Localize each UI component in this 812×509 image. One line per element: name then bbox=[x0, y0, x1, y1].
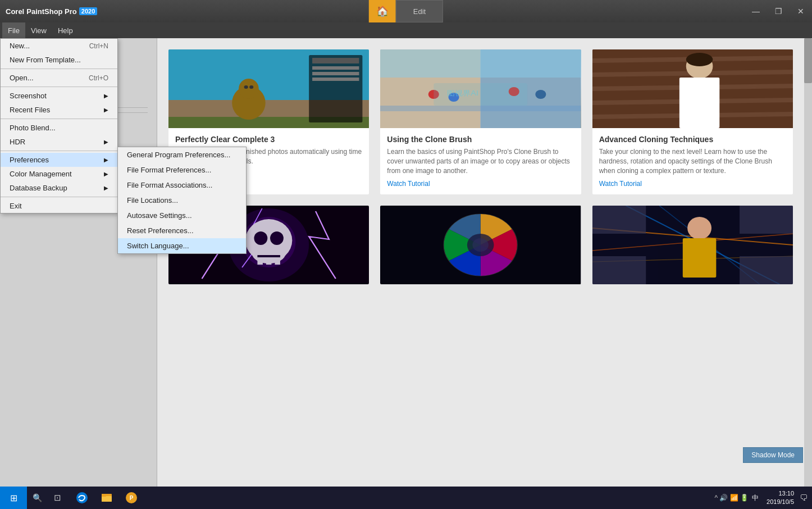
close-button[interactable]: ✕ bbox=[790, 0, 812, 22]
svg-rect-7 bbox=[312, 78, 359, 81]
main-content: ome Get Started Limited-Time Offer bbox=[0, 38, 812, 487]
svg-rect-5 bbox=[312, 66, 359, 70]
scrollbar-track[interactable] bbox=[804, 38, 812, 487]
title-bar-center: 🏠 Edit bbox=[369, 0, 443, 22]
menu-photo-blend[interactable]: Photo Blend... bbox=[1, 121, 117, 135]
shadow-mode-button[interactable]: Shadow Mode bbox=[743, 447, 803, 463]
submenu-switch-lang[interactable]: Switch Language... bbox=[118, 238, 246, 253]
svg-point-39 bbox=[254, 231, 267, 245]
svg-rect-56 bbox=[682, 238, 716, 278]
taskbar-clock: 13:10 2019/10/5 bbox=[762, 489, 799, 507]
tutorial-card-2[interactable]: Advanced Cloning Techniques Take your cl… bbox=[592, 49, 793, 194]
start-button[interactable]: ⊞ bbox=[0, 487, 27, 509]
taskbar-time: 13:10 bbox=[767, 489, 794, 498]
taskbar-date: 2019/10/5 bbox=[767, 498, 794, 506]
app-product: PaintShop Pro bbox=[26, 7, 77, 16]
scrollbar-thumb[interactable] bbox=[804, 38, 812, 83]
file-menu: New... Ctrl+N New From Template... Open.… bbox=[0, 38, 118, 213]
svg-rect-63 bbox=[102, 496, 112, 502]
preferences-submenu: General Program Preferences... File Form… bbox=[117, 147, 247, 254]
svg-rect-22 bbox=[380, 49, 581, 78]
title-bar: Corel PaintShop Pro 2020 🏠 Edit — ❐ ✕ bbox=[0, 0, 812, 22]
tutorial-card-5[interactable] bbox=[592, 206, 793, 284]
svg-text:图视界AI: 图视界AI bbox=[447, 89, 478, 97]
menu-bar: File View Help New... Ctrl+N New From Te… bbox=[0, 22, 812, 38]
submenu-autosave[interactable]: Autosave Settings... bbox=[118, 208, 246, 223]
watch-link-1[interactable]: Watch Tutorial bbox=[387, 180, 574, 188]
menu-exit[interactable]: Exit bbox=[1, 199, 117, 213]
minimize-button[interactable]: — bbox=[745, 0, 767, 22]
svg-rect-64 bbox=[102, 494, 106, 497]
app-title: Corel bbox=[6, 7, 24, 16]
taskbar-app-edge[interactable] bbox=[70, 487, 94, 509]
sep-2 bbox=[1, 87, 117, 87]
taskbar-app-paintshop[interactable]: P bbox=[119, 487, 144, 509]
svg-rect-58 bbox=[740, 206, 793, 234]
taskbar-right: ^ 🔊 📶 🔋 中 13:10 2019/10/5 🗨 bbox=[714, 489, 812, 507]
taskbar-lang: 中 bbox=[752, 493, 759, 503]
menu-hdr[interactable]: HDR ▶ bbox=[1, 135, 117, 149]
tutorial-title-1: Using the Clone Brush bbox=[387, 135, 574, 144]
watch-link-2[interactable]: Watch Tutorial bbox=[599, 180, 786, 188]
taskbar-app-explorer[interactable] bbox=[94, 487, 119, 509]
menu-recent-files[interactable]: Recent Files ▶ bbox=[1, 103, 117, 117]
tutorial-desc-2: Take your cloning to the next level! Lea… bbox=[599, 147, 786, 175]
menu-preferences[interactable]: Preferences ▶ General Program Preference… bbox=[1, 153, 117, 167]
svg-rect-41 bbox=[257, 256, 263, 265]
task-view-button[interactable]: ⊡ bbox=[47, 487, 67, 509]
submenu-file-locations[interactable]: File Locations... bbox=[118, 193, 246, 208]
svg-rect-43 bbox=[275, 256, 280, 265]
submenu-file-format-prefs[interactable]: File Format Preferences... bbox=[118, 162, 246, 178]
home-button[interactable]: 🏠 bbox=[369, 0, 396, 22]
search-button[interactable]: 🔍 bbox=[27, 487, 47, 509]
menu-help[interactable]: Help bbox=[52, 22, 79, 38]
file-dropdown: New... Ctrl+N New From Template... Open.… bbox=[0, 38, 118, 213]
tutorial-info-1: Using the Clone Brush Learn the basics o… bbox=[380, 128, 581, 194]
window-controls: — ❐ ✕ bbox=[745, 0, 812, 22]
sep-4 bbox=[1, 151, 117, 151]
svg-point-48 bbox=[473, 238, 489, 252]
svg-point-55 bbox=[687, 217, 711, 239]
submenu-file-format-assoc[interactable]: File Format Associations... bbox=[118, 178, 246, 193]
svg-rect-6 bbox=[312, 72, 359, 75]
edit-button[interactable]: Edit bbox=[396, 0, 443, 22]
tutorial-thumb-5 bbox=[592, 206, 793, 284]
submenu-general-prefs[interactable]: General Program Preferences... bbox=[118, 147, 246, 162]
menu-open[interactable]: Open... Ctrl+O bbox=[1, 71, 117, 85]
tutorial-title-0: Perfectly Clear Complete 3 bbox=[175, 135, 362, 144]
svg-point-40 bbox=[270, 231, 284, 245]
menu-new[interactable]: New... Ctrl+N bbox=[1, 39, 117, 53]
welcome-panel: ome Get Started Limited-Time Offer bbox=[0, 38, 812, 487]
svg-rect-60 bbox=[740, 256, 793, 284]
svg-rect-32 bbox=[679, 78, 719, 128]
svg-point-13 bbox=[249, 85, 253, 89]
menu-view[interactable]: View bbox=[25, 22, 52, 38]
sep-5 bbox=[1, 197, 117, 197]
svg-rect-42 bbox=[266, 256, 272, 265]
svg-rect-21 bbox=[380, 106, 581, 111]
svg-point-61 bbox=[76, 492, 88, 503]
menu-color-management[interactable]: Color Management ▶ bbox=[1, 167, 117, 181]
tutorial-card-1[interactable]: 图视界AI Using the Clone Brush Learn the ba… bbox=[380, 49, 581, 194]
menu-new-template[interactable]: New From Template... bbox=[1, 53, 117, 67]
tutorial-card-4[interactable] bbox=[380, 206, 581, 284]
sep-3 bbox=[1, 119, 117, 119]
menu-screenshot[interactable]: Screenshot ▶ bbox=[1, 89, 117, 103]
tutorial-title-2: Advanced Cloning Techniques bbox=[599, 135, 786, 144]
notification-icon[interactable]: 🗨 bbox=[800, 493, 808, 502]
tutorial-desc-1: Learn the basics of using PaintShop Pro'… bbox=[387, 147, 574, 175]
tutorial-thumb-0 bbox=[168, 49, 369, 128]
taskbar-apps: P bbox=[70, 487, 144, 509]
sep-1 bbox=[1, 69, 117, 69]
svg-rect-4 bbox=[312, 58, 359, 63]
submenu-reset-prefs[interactable]: Reset Preferences... bbox=[118, 223, 246, 238]
tutorial-thumb-2 bbox=[592, 49, 793, 128]
svg-point-9 bbox=[239, 79, 259, 99]
svg-point-33 bbox=[686, 53, 713, 66]
menu-database-backup[interactable]: Database Backup ▶ bbox=[1, 181, 117, 195]
tutorial-thumb-4 bbox=[380, 206, 581, 284]
menu-file[interactable]: File bbox=[2, 22, 25, 38]
app-year: 2020 bbox=[79, 7, 97, 15]
maximize-button[interactable]: ❐ bbox=[767, 0, 790, 22]
taskbar-icons: ^ 🔊 📶 🔋 bbox=[714, 494, 749, 502]
